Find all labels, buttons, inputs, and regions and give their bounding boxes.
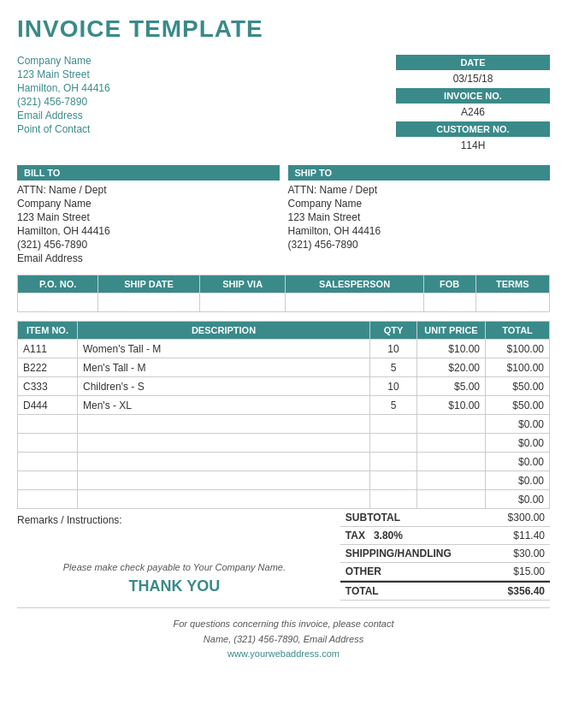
other-row: OTHER $15.00 [340,563,550,581]
po-header-row: P.O. NO. SHIP DATE SHIP VIA SALESPERSON … [18,275,550,293]
po-val-fob [423,293,475,312]
item-no-0: A111 [18,340,78,358]
ship-to-address: ATTN: Name / Dept Company Name 123 Main … [288,184,551,251]
subtotal-row: SUBTOTAL $300.00 [340,509,550,527]
thank-you: THANK YOU [17,577,332,595]
total-label: TOTAL [346,585,379,597]
bill-city: Hamilton, OH 44416 [17,225,280,237]
po-col-fob: FOB [423,275,475,293]
item-qty-8 [370,490,417,509]
po-val-po [18,293,98,312]
bill-to-block: BILL TO ATTN: Name / Dept Company Name 1… [17,165,280,266]
item-total-3: $50.00 [486,396,550,415]
po-data-row [18,293,550,312]
item-unitprice-3: $10.00 [417,396,486,415]
subtotal-label: SUBTOTAL [346,512,400,524]
bottom-section: Remarks / Instructions: Please make chec… [17,509,550,601]
item-total-5: $0.00 [486,434,550,453]
po-col-terms: TERMS [475,275,549,293]
col-item-no: ITEM NO. [18,322,78,340]
company-email: Email Address [17,109,110,121]
company-contact: Point of Contact [17,123,110,135]
item-no-1: B222 [18,358,78,377]
ship-phone: (321) 456-7890 [288,239,551,251]
po-val-shipvia [199,293,285,312]
footer-web: www.yourwebaddress.com [17,648,550,659]
item-unitprice-8 [417,490,486,509]
bill-attn: ATTN: Name / Dept [17,184,280,196]
table-row: $0.00 [18,471,550,490]
item-total-4: $0.00 [486,415,550,434]
col-unit-price: UNIT PRICE [417,322,486,340]
po-val-salesperson [286,293,423,312]
tax-value: $11.40 [513,530,545,542]
item-total-6: $0.00 [486,453,550,471]
ship-street: 123 Main Street [288,211,551,223]
po-col-po: P.O. NO. [18,275,98,293]
bill-street: 123 Main Street [17,211,280,223]
item-qty-1: 5 [370,358,417,377]
table-row: A111 Women's Tall - M 10 $10.00 $100.00 [18,340,550,358]
item-desc-3: Men's - XL [78,396,370,415]
col-qty: QTY [370,322,417,340]
item-total-7: $0.00 [486,471,550,490]
table-row: $0.00 [18,453,550,471]
item-qty-6 [370,453,417,471]
col-description: DESCRIPTION [78,322,370,340]
po-col-shipdate: SHIP DATE [98,275,200,293]
payment-note: Please make check payable to Your Compan… [17,562,332,572]
item-unitprice-7 [417,471,486,490]
item-qty-0: 10 [370,340,417,358]
left-bottom: Remarks / Instructions: Please make chec… [17,509,340,601]
payment-note-text: Please make check payable to Your Compan… [63,562,286,572]
item-unitprice-5 [417,434,486,453]
table-row: D444 Men's - XL 5 $10.00 $50.00 [18,396,550,415]
item-no-7 [18,471,78,490]
po-table: P.O. NO. SHIP DATE SHIP VIA SALESPERSON … [17,275,550,312]
item-no-6 [18,453,78,471]
item-unitprice-2: $5.00 [417,377,486,396]
item-no-3: D444 [18,396,78,415]
company-street: 123 Main Street [17,68,110,80]
item-desc-1: Men's Tall - M [78,358,370,377]
table-row: B222 Men's Tall - M 5 $20.00 $100.00 [18,358,550,377]
item-total-2: $50.00 [486,377,550,396]
ship-city: Hamilton, OH 44416 [288,225,551,237]
table-row: C333 Children's - S 10 $5.00 $50.00 [18,377,550,396]
ship-to-header: SHIP TO [288,165,551,181]
item-qty-3: 5 [370,396,417,415]
remarks-label: Remarks / Instructions: [17,514,332,526]
item-desc-2: Children's - S [78,377,370,396]
item-unitprice-4 [417,415,486,434]
total-value: $356.40 [508,585,545,597]
other-label: OTHER [346,565,381,577]
item-desc-4 [78,415,370,434]
item-desc-8 [78,490,370,509]
po-col-shipvia: SHIP VIA [199,275,285,293]
item-unitprice-1: $20.00 [417,358,486,377]
col-total: TOTAL [486,322,550,340]
footer-divider [17,607,550,608]
item-total-0: $100.00 [486,340,550,358]
po-val-terms [475,293,549,312]
company-info: Company Name 123 Main Street Hamilton, O… [17,55,110,155]
bill-to-address: ATTN: Name / Dept Company Name 123 Main … [17,184,280,264]
company-city: Hamilton, OH 44416 [17,82,110,94]
date-value: 03/15/18 [396,71,550,88]
item-qty-5 [370,434,417,453]
items-header-row: ITEM NO. DESCRIPTION QTY UNIT PRICE TOTA… [18,322,550,340]
item-qty-4 [370,415,417,434]
item-qty-7 [370,471,417,490]
footer-line1: For questions concerning this invoice, p… [17,617,550,632]
item-desc-5 [78,434,370,453]
item-total-1: $100.00 [486,358,550,377]
table-row: $0.00 [18,434,550,453]
item-desc-0: Women's Tall - M [78,340,370,358]
footer-contact: For questions concerning this invoice, p… [17,617,550,647]
item-unitprice-6 [417,453,486,471]
subtotal-value: $300.00 [508,512,545,524]
items-table: ITEM NO. DESCRIPTION QTY UNIT PRICE TOTA… [17,321,550,509]
bill-name: Company Name [17,198,280,210]
totals-section: SUBTOTAL $300.00 TAX 3.80% $11.40 SHIPPI… [340,509,550,601]
item-total-8: $0.00 [486,490,550,509]
